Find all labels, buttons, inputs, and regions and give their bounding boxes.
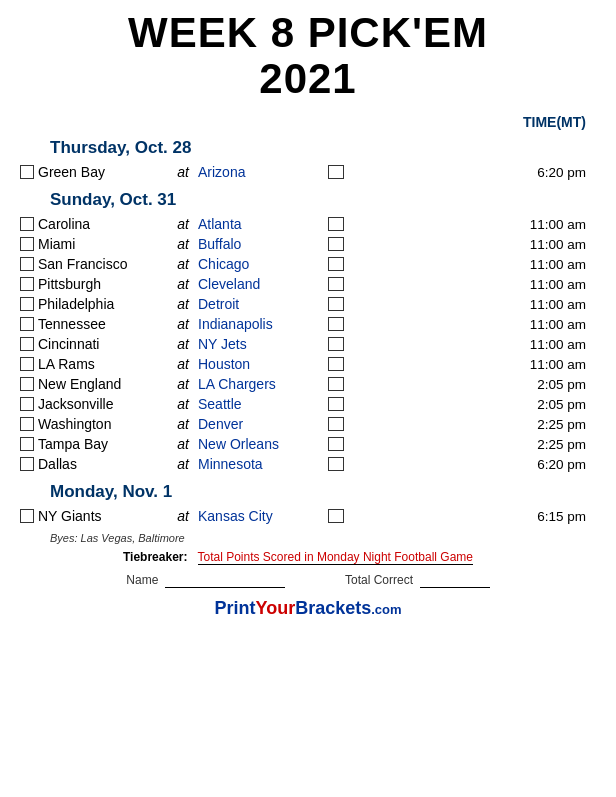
away-checkbox[interactable] xyxy=(20,277,34,291)
game-row: WashingtonatDenver2:25 pm xyxy=(20,414,596,434)
home-checkbox[interactable] xyxy=(328,397,344,411)
game-time: 2:25 pm xyxy=(348,417,596,432)
away-team: Cincinnati xyxy=(38,336,168,352)
away-team: Carolina xyxy=(38,216,168,232)
game-time: 11:00 am xyxy=(348,337,596,352)
away-team: Tampa Bay xyxy=(38,436,168,452)
game-row: PhiladelphiaatDetroit11:00 am xyxy=(20,294,596,314)
game-row: JacksonvilleatSeattle2:05 pm xyxy=(20,394,596,414)
at-separator: at xyxy=(168,336,198,352)
home-team: Atlanta xyxy=(198,216,328,232)
away-checkbox[interactable] xyxy=(20,297,34,311)
away-team: Dallas xyxy=(38,456,168,472)
home-checkbox[interactable] xyxy=(328,337,344,351)
away-checkbox[interactable] xyxy=(20,417,34,431)
home-team: Cleveland xyxy=(198,276,328,292)
tiebreaker-text: Total Points Scored in Monday Night Foot… xyxy=(198,550,473,565)
home-checkbox[interactable] xyxy=(328,217,344,231)
game-row: PittsburghatCleveland11:00 am xyxy=(20,274,596,294)
home-checkbox[interactable] xyxy=(328,457,344,471)
away-team: Philadelphia xyxy=(38,296,168,312)
away-checkbox[interactable] xyxy=(20,165,34,179)
bottom-fields: Name Total Correct xyxy=(20,573,596,588)
home-checkbox[interactable] xyxy=(328,437,344,451)
site-name: PrintYourBrackets.com xyxy=(20,598,596,619)
game-row: TennesseeatIndianapolis11:00 am xyxy=(20,314,596,334)
home-checkbox[interactable] xyxy=(328,277,344,291)
away-team: Tennessee xyxy=(38,316,168,332)
away-checkbox[interactable] xyxy=(20,217,34,231)
game-row: Green BayatArizona6:20 pm xyxy=(20,162,596,182)
game-row: LA RamsatHouston11:00 am xyxy=(20,354,596,374)
game-time: 2:05 pm xyxy=(348,377,596,392)
home-team: New Orleans xyxy=(198,436,328,452)
home-checkbox[interactable] xyxy=(328,297,344,311)
byes-teams: Las Vegas, Baltimore xyxy=(81,532,185,544)
home-checkbox[interactable] xyxy=(328,237,344,251)
away-checkbox[interactable] xyxy=(20,337,34,351)
away-checkbox[interactable] xyxy=(20,357,34,371)
away-checkbox[interactable] xyxy=(20,237,34,251)
main-title: WEEK 8 PICK'EM 2021 xyxy=(20,10,596,102)
time-header: TIME(MT) xyxy=(20,114,596,130)
home-checkbox[interactable] xyxy=(328,417,344,431)
away-team: Washington xyxy=(38,416,168,432)
away-checkbox[interactable] xyxy=(20,377,34,391)
game-row: DallasatMinnesota6:20 pm xyxy=(20,454,596,474)
at-separator: at xyxy=(168,396,198,412)
home-checkbox[interactable] xyxy=(328,165,344,179)
at-separator: at xyxy=(168,164,198,180)
away-team: New England xyxy=(38,376,168,392)
at-separator: at xyxy=(168,316,198,332)
byes-text: Byes: Las Vegas, Baltimore xyxy=(50,532,596,544)
home-checkbox[interactable] xyxy=(328,509,344,523)
away-checkbox[interactable] xyxy=(20,437,34,451)
home-team: Denver xyxy=(198,416,328,432)
tiebreaker-label: Tiebreaker: xyxy=(123,550,187,564)
at-separator: at xyxy=(168,216,198,232)
section-header-1: Sunday, Oct. 31 xyxy=(50,190,596,210)
game-row: CincinnatiatNY Jets11:00 am xyxy=(20,334,596,354)
home-team: Detroit xyxy=(198,296,328,312)
section-header-2: Monday, Nov. 1 xyxy=(50,482,596,502)
at-separator: at xyxy=(168,456,198,472)
home-checkbox[interactable] xyxy=(328,317,344,331)
at-separator: at xyxy=(168,236,198,252)
away-checkbox[interactable] xyxy=(20,457,34,471)
game-row: NY GiantsatKansas City6:15 pm xyxy=(20,506,596,526)
game-time: 11:00 am xyxy=(348,217,596,232)
game-row: CarolinaatAtlanta11:00 am xyxy=(20,214,596,234)
name-field: Name xyxy=(126,573,285,588)
game-time: 2:25 pm xyxy=(348,437,596,452)
game-row: San FranciscoatChicago11:00 am xyxy=(20,254,596,274)
away-checkbox[interactable] xyxy=(20,317,34,331)
away-checkbox[interactable] xyxy=(20,509,34,523)
section-header-0: Thursday, Oct. 28 xyxy=(50,138,596,158)
away-checkbox[interactable] xyxy=(20,397,34,411)
at-separator: at xyxy=(168,376,198,392)
game-time: 2:05 pm xyxy=(348,397,596,412)
away-checkbox[interactable] xyxy=(20,257,34,271)
at-separator: at xyxy=(168,356,198,372)
home-checkbox[interactable] xyxy=(328,357,344,371)
home-team: Houston xyxy=(198,356,328,372)
game-time: 11:00 am xyxy=(348,237,596,252)
game-time: 11:00 am xyxy=(348,257,596,272)
home-checkbox[interactable] xyxy=(328,377,344,391)
game-time: 11:00 am xyxy=(348,357,596,372)
home-team: Chicago xyxy=(198,256,328,272)
game-time: 6:20 pm xyxy=(348,165,596,180)
away-team: LA Rams xyxy=(38,356,168,372)
byes-label: Byes: xyxy=(50,532,78,544)
game-time: 11:00 am xyxy=(348,297,596,312)
game-time: 6:15 pm xyxy=(348,509,596,524)
home-team: Kansas City xyxy=(198,508,328,524)
game-time: 11:00 am xyxy=(348,317,596,332)
game-time: 11:00 am xyxy=(348,277,596,292)
away-team: Jacksonville xyxy=(38,396,168,412)
home-team: Indianapolis xyxy=(198,316,328,332)
home-checkbox[interactable] xyxy=(328,257,344,271)
at-separator: at xyxy=(168,416,198,432)
game-time: 6:20 pm xyxy=(348,457,596,472)
home-team: LA Chargers xyxy=(198,376,328,392)
